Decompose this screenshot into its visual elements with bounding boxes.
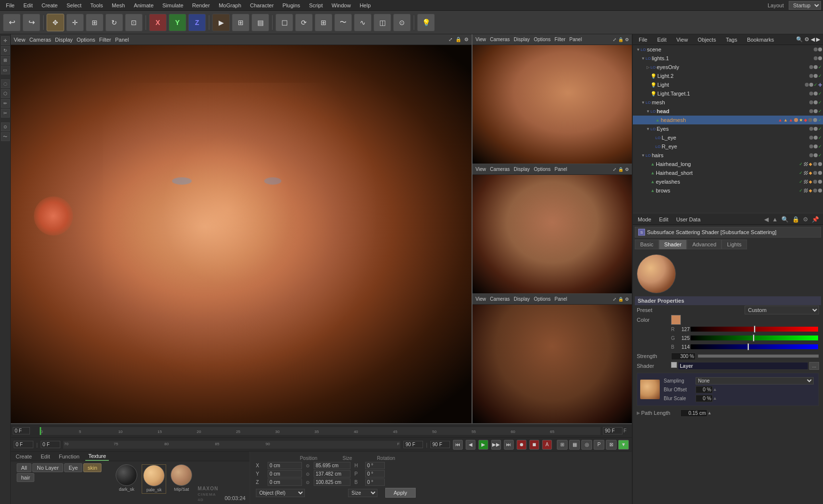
vbar-tr-view[interactable]: View: [475, 37, 486, 42]
toggle-light[interactable]: [646, 82, 650, 87]
z-rot-input[interactable]: [365, 479, 385, 486]
lights-btn[interactable]: 💡: [417, 14, 435, 31]
magnet-tool[interactable]: ⊙: [1, 122, 10, 131]
obj-row-hairs[interactable]: ▼ LO hairs ✓: [633, 151, 823, 160]
menu-select[interactable]: Select: [63, 1, 86, 9]
current-frame-field[interactable]: [14, 441, 33, 448]
filter-eye[interactable]: Eye: [64, 463, 82, 472]
apply-button[interactable]: Apply: [385, 488, 416, 498]
playback-bar[interactable]: 70 75 80 85 90 F: [63, 441, 400, 449]
tab-edit[interactable]: Edit: [38, 453, 53, 460]
menu-create[interactable]: Create: [38, 1, 62, 9]
strength-input[interactable]: [671, 353, 696, 360]
vbar-mr-view[interactable]: View: [475, 167, 486, 172]
g-slider-track[interactable]: [691, 336, 818, 340]
vbar-tr-settings[interactable]: ⚙: [625, 37, 629, 42]
toggle-hairshort[interactable]: [646, 170, 650, 175]
smooth-tool[interactable]: 〜: [1, 132, 10, 141]
spline-btn[interactable]: ∿: [354, 14, 372, 31]
vbar-mr-cameras[interactable]: Cameras: [490, 167, 510, 172]
obj-row-head[interactable]: ▼ LO head ✓: [633, 107, 823, 116]
filter-skin[interactable]: skin: [83, 463, 102, 472]
obj-row-reye[interactable]: LO R_eye ✓: [633, 142, 823, 151]
obj-row-eyesonly[interactable]: ▷ LO eyesOnly ✓: [633, 63, 823, 72]
obj-row-scene[interactable]: ▼ LO scene: [633, 45, 823, 54]
toggle-lights1[interactable]: ▼: [641, 56, 646, 61]
filter-no-layer[interactable]: No Layer: [32, 463, 63, 472]
pb-stop[interactable]: ⏹: [529, 440, 539, 450]
vbar-mr-panel[interactable]: Panel: [554, 167, 567, 172]
sampling-select[interactable]: None: [696, 377, 814, 384]
toggle-eyes[interactable]: ▼: [646, 126, 650, 131]
pb-auto[interactable]: A: [542, 440, 552, 450]
mode-mode[interactable]: Mode: [636, 216, 653, 223]
shader-expand-btn[interactable]: [671, 362, 677, 368]
mode-settings[interactable]: ⚙: [802, 215, 809, 224]
pb-tool2[interactable]: ▦: [569, 440, 580, 450]
tab-texture[interactable]: Texture: [85, 452, 109, 461]
rotate-tool-btn[interactable]: ↻: [105, 14, 123, 31]
tab-advanced[interactable]: Advanced: [687, 240, 722, 249]
toggle-hairlong[interactable]: [646, 162, 650, 167]
sub-frame-field[interactable]: [41, 441, 60, 448]
blur-offset-arrow[interactable]: ▲: [713, 387, 717, 392]
preset-select[interactable]: Custom: [745, 306, 819, 314]
obj-row-leye[interactable]: LO L_eye ✓: [633, 133, 823, 142]
render-btn[interactable]: ▶: [212, 14, 230, 31]
vbar-tr-lock[interactable]: 🔒: [618, 37, 623, 42]
select-tool-btn[interactable]: ✥: [47, 14, 64, 31]
menu-mesh[interactable]: Mesh: [108, 1, 129, 9]
blur-offset-input[interactable]: [696, 386, 713, 393]
menu-animate[interactable]: Animate: [130, 1, 157, 9]
rotate-tool-side[interactable]: ↻: [1, 46, 10, 55]
path-expand-icon[interactable]: ▶: [637, 410, 640, 415]
material-dark-sk[interactable]: dark_sk: [114, 464, 139, 494]
undo-btn[interactable]: ↩: [3, 14, 21, 31]
toggle-eyelashes[interactable]: [646, 179, 650, 184]
toggle-reye[interactable]: [650, 144, 655, 149]
material-mipsat[interactable]: Mip/Sat: [169, 464, 194, 494]
pb-goto-start[interactable]: ⏮: [453, 440, 463, 450]
toggle-headmesh[interactable]: [650, 118, 655, 122]
vbar-br-display[interactable]: Display: [514, 296, 530, 302]
vbar-mr-lock[interactable]: 🔒: [618, 167, 623, 172]
mode-edit[interactable]: Edit: [657, 216, 671, 223]
r-slider-track[interactable]: [691, 327, 818, 332]
vbar-options[interactable]: Options: [76, 37, 95, 43]
menu-edit[interactable]: Edit: [20, 1, 37, 9]
vbar-mr-options[interactable]: Options: [534, 167, 550, 172]
y-pos-input[interactable]: [268, 470, 302, 478]
select-rect-tool[interactable]: ▭: [1, 66, 10, 74]
obj-expand-icon[interactable]: ▶: [816, 36, 820, 43]
toggle-lighttarget[interactable]: [646, 91, 650, 96]
pb-goto-end[interactable]: ⏭: [504, 440, 514, 450]
vbar-br-view[interactable]: View: [475, 296, 486, 302]
layer-dots-btn[interactable]: …: [809, 362, 819, 370]
vbar-br-lock[interactable]: 🔒: [618, 297, 623, 302]
obj-search-icon[interactable]: 🔍: [796, 36, 803, 43]
vbar-mr-settings[interactable]: ⚙: [625, 167, 629, 172]
obj-row-brows[interactable]: ▲ brows ✓ ◆: [633, 186, 823, 195]
strength-slider[interactable]: [698, 354, 819, 358]
move-tool-side[interactable]: ✛: [1, 36, 10, 45]
object-btn[interactable]: ⊙: [393, 14, 411, 31]
material-pale-sk[interactable]: pale_sk: [142, 464, 166, 494]
cube-btn[interactable]: ◻: [275, 14, 293, 31]
vbar-tr-panel[interactable]: Panel: [570, 37, 582, 42]
y-size-input[interactable]: [314, 470, 350, 478]
vbar-expand-icon[interactable]: ⤢: [449, 37, 452, 42]
menu-mograph[interactable]: MoGraph: [215, 1, 245, 9]
g-slider-thumb[interactable]: [753, 335, 754, 341]
size-mode-select[interactable]: Size: [348, 489, 377, 497]
obj-settings-icon[interactable]: ⚙: [804, 36, 809, 43]
toggle-scene[interactable]: ▼: [636, 47, 641, 52]
pb-play-fwd[interactable]: ▶▶: [491, 440, 501, 450]
obj-row-eyelashes[interactable]: ▲ eyelashes ✓ ◆: [633, 177, 823, 186]
mode-pin[interactable]: 📌: [811, 215, 820, 224]
vbar-tr-filter[interactable]: Filter: [554, 37, 565, 42]
vbar-cameras[interactable]: Cameras: [29, 37, 51, 43]
poly-tool[interactable]: ⬡: [1, 89, 10, 98]
obj-row-light[interactable]: 💡 Light ✓ ✚: [633, 80, 823, 89]
vbar-display[interactable]: Display: [55, 37, 73, 43]
redo-btn[interactable]: ↪: [23, 14, 40, 31]
